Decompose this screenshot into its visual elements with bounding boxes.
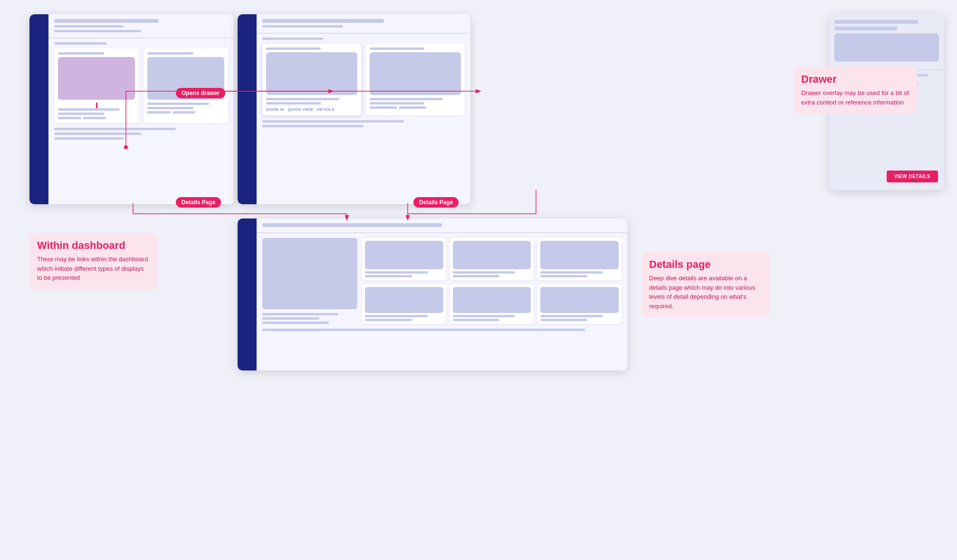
left-sidebar (29, 14, 48, 204)
screen-mid-dashboard: ZOOM IN QUICK VIEW DETAILS (238, 14, 470, 204)
screen-bottom-inner (257, 218, 627, 370)
bottom-sidebar (238, 218, 257, 370)
details-page-annotation: Details page Deep dive details are avail… (641, 252, 770, 317)
within-dashboard-title: Within dashboard (37, 239, 150, 252)
mid-sidebar (238, 14, 257, 204)
opens-drawer-label: Opens drawer (176, 88, 225, 98)
details-label: DETAILS (317, 107, 335, 112)
screen-mid-inner: ZOOM IN QUICK VIEW DETAILS (257, 14, 470, 204)
quick-view-label: QUICK VIEW (288, 107, 313, 112)
drawer-annotation-title: Drawer (801, 73, 909, 85)
screen-bottom-details (238, 218, 627, 370)
zoom-in-label: ZOOM IN (266, 107, 284, 112)
within-dashboard-annotation: Within dashboard There may be links with… (29, 233, 158, 289)
details-page-label-1: Details Page (176, 197, 221, 208)
drawer-annotation-body: Drawer overlay may be used for a bit of … (801, 88, 909, 107)
screen-left-inner (48, 14, 234, 204)
within-dashboard-body: There may be links within the dashboard … (37, 255, 150, 283)
details-page-body: Deep dive details are available on a det… (649, 274, 762, 311)
details-page-title: Details page (649, 258, 762, 271)
details-page-label-2: Details Page (413, 197, 459, 208)
screen-left-dashboard (29, 14, 234, 204)
drawer-annotation: Drawer Drawer overlay may be used for a … (794, 66, 917, 114)
